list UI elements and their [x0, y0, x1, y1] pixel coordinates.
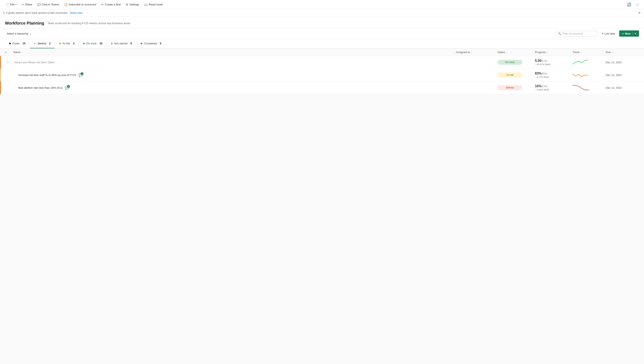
status-tabs: Goals 15 ✓ Behind 2 At risk 3 On track 1… — [0, 39, 644, 49]
row1-name-cell: Attract and Retain the Best Talent — [14, 61, 456, 64]
row2-progress: 83%/85% ↑ 3.17% MoM — [535, 72, 572, 78]
col-header-due[interactable]: Due ⌄ — [606, 51, 639, 54]
col-header-status[interactable]: Status ⌄ — [498, 51, 535, 54]
table-header: » Name ⌄ Assigned to ⌄ Status ⌄ Progress… — [0, 49, 644, 56]
status-sort-icon: ⌄ — [506, 51, 508, 53]
row1-trend — [572, 58, 606, 67]
row3-expand-button[interactable] — [6, 86, 10, 90]
filter-placeholder: Filter by keyword — [562, 32, 583, 35]
new-button[interactable]: + New ▾ — [619, 31, 639, 37]
toolbar-share[interactable]: ↗ Share — [19, 2, 34, 8]
row2-expand-button[interactable]: › — [6, 73, 10, 77]
toolbar-file[interactable]: 📄 File ▾ — [3, 2, 18, 8]
file-chevron-icon: ▾ — [16, 3, 16, 6]
info-icon: ℹ — [3, 11, 4, 14]
read-mode-icon: 📖 — [144, 3, 148, 6]
col-header-name[interactable]: Name ⌄ — [13, 51, 456, 54]
progress-col-label: Progress — [535, 51, 546, 54]
scorecard-subtitle: Team scorecard for tracking FY23 metrics… — [48, 22, 130, 25]
row3-status: Behind — [498, 85, 535, 90]
toolbar-read-mode[interactable]: 📖 Read mode — [142, 2, 165, 8]
hierarchy-select[interactable]: Select a hierarchy ⌄ — [5, 31, 33, 37]
hierarchy-label: Select a hierarchy — [7, 32, 28, 35]
row1-progress: 5.00/5.00 ↑ 66.67% MoM — [535, 59, 572, 66]
table-container: » Name ⌄ Assigned to ⌄ Status ⌄ Progress… — [0, 49, 644, 94]
tab-goals-label: Goals — [12, 42, 20, 45]
tab-completed-label: Completed — [144, 42, 157, 45]
row2-comment-count: 1 — [80, 72, 84, 75]
assigned-sort-icon: ⌄ — [471, 51, 472, 53]
row1-status-pill: On track — [498, 60, 522, 65]
toolbar-subscribe[interactable]: 📋 Subscribe to scorecard — [62, 2, 98, 8]
row1-expand-button[interactable]: ▾ — [6, 60, 10, 64]
table-row: ▾ Attract and Retain the Best Talent On … — [0, 56, 644, 69]
banner-close-button[interactable]: ✕ — [638, 11, 641, 15]
row3-goal-name: Bad attrition rate less than 15% (ICs) — [18, 86, 62, 89]
tab-not-started[interactable]: Not started 0 — [107, 39, 136, 48]
favorite-button[interactable]: ☆ — [634, 1, 641, 8]
row1-due: Dec 12, 2022 — [606, 61, 639, 64]
tab-behind[interactable]: ✓ Behind 2 — [30, 39, 55, 48]
scorecard-title-row: Workforce Planning Team scorecard for tr… — [5, 21, 639, 26]
tab-at-risk-count: 3 — [73, 42, 74, 45]
scorecard-title: Workforce Planning — [5, 21, 44, 26]
name-sort-icon: ⌄ — [22, 51, 23, 53]
col-header-progress[interactable]: Progress ⌄ — [535, 51, 572, 54]
status-col-label: Status — [498, 51, 505, 54]
at-risk-dot — [59, 43, 61, 44]
row1-status: On track — [498, 60, 535, 65]
search-icon: 🔍 — [558, 32, 561, 35]
trend-sort-icon: ⌄ — [580, 51, 582, 53]
row2-goal-name: Increase full time staff % to 85% by end… — [18, 74, 76, 77]
row1-progress-main: 5.00 — [535, 59, 542, 63]
tab-completed[interactable]: Completed 0 — [136, 39, 166, 48]
filter-search[interactable]: 🔍 Filter by keyword — [556, 31, 597, 37]
row3-progress-main: 16% — [535, 84, 542, 88]
col-header-trend[interactable]: Trend ⌄ — [572, 51, 606, 54]
list-view-button[interactable]: ≡ List view — [600, 31, 617, 37]
info-banner: ℹ 2 goals owners don't have access to th… — [0, 9, 644, 17]
tab-at-risk[interactable]: At risk 3 — [55, 39, 78, 48]
row1-progress-target: /5.00 — [542, 60, 547, 63]
col-header-assigned[interactable]: Assigned to ⌄ — [456, 51, 498, 54]
subscribe-icon: 📋 — [64, 3, 68, 6]
row1-collapse-icon: ▾ — [7, 61, 8, 64]
main-content: Workforce Planning Team scorecard for tr… — [0, 17, 644, 364]
new-plus-icon: + — [622, 32, 624, 35]
tab-goals-count: 15 — [22, 42, 26, 45]
tab-completed-count: 0 — [160, 42, 161, 45]
not-started-dot — [111, 43, 112, 44]
tab-on-track-label: On track — [86, 42, 96, 45]
row2-status: At risk — [498, 73, 535, 78]
row3-progress-mom: ↑ 9.99% MoM — [535, 89, 572, 91]
tab-at-risk-label: At risk — [62, 42, 70, 45]
due-sort-icon: ⌄ — [612, 51, 613, 53]
behind-check-icon: ✓ — [34, 42, 36, 45]
refresh-button[interactable]: 🔄 — [626, 1, 632, 8]
new-btn-divider — [632, 32, 633, 35]
table-row: Bad attrition rate less than 15% (ICs) 💬… — [0, 81, 644, 94]
row3-progress-target: /15% — [542, 85, 547, 88]
row2-expand-icon: › — [9, 74, 10, 76]
row2-progress-main: 83% — [535, 72, 542, 75]
row2-trend — [572, 71, 606, 79]
row3-due: Dec 12, 2022 — [606, 86, 639, 89]
tab-behind-label: Behind — [38, 42, 46, 45]
file-icon: 📄 — [6, 3, 9, 6]
new-btn-chevron-icon: ▾ — [635, 32, 636, 35]
tab-not-started-label: Not started — [114, 42, 128, 45]
toolbar-chat[interactable]: 💬 Chat in Teams — [35, 2, 61, 8]
flow-icon: ✏ — [101, 3, 104, 6]
tab-goals[interactable]: Goals 15 — [5, 39, 30, 48]
toolbar-settings[interactable]: ⚙ Settings — [124, 2, 141, 8]
share-icon: ↗ — [22, 3, 24, 6]
col-header-expand[interactable]: » — [5, 51, 13, 54]
row2-progress-target: /85% — [542, 72, 547, 75]
tab-on-track-count: 10 — [100, 42, 102, 45]
share-now-link[interactable]: Share now. — [70, 11, 83, 14]
toolbar-create-flow[interactable]: ✏ Create a flow — [99, 2, 123, 8]
row2-status-pill: At risk — [498, 73, 522, 78]
hierarchy-chevron-icon: ⌄ — [29, 32, 32, 35]
tab-on-track[interactable]: On track 10 — [79, 39, 107, 48]
trend-col-label: Trend — [572, 51, 579, 54]
